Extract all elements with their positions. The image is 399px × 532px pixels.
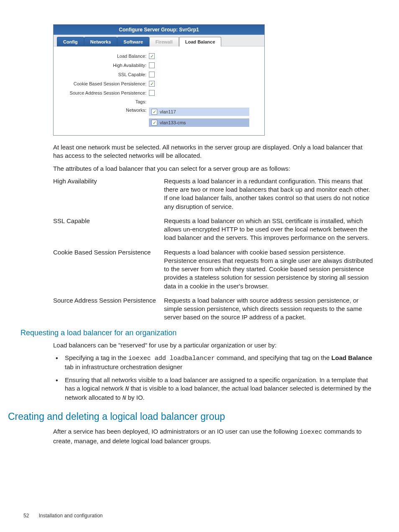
- check-cookie-persistence[interactable]: ✓: [149, 81, 155, 87]
- bold-text: Load Balance: [331, 354, 372, 361]
- config-dialog: Configure Server Group: SvrGrp1 Config N…: [53, 24, 265, 136]
- tab-bar: Config Networks Software Firewall Load B…: [54, 35, 264, 46]
- page-content: At least one network must be selected. A…: [53, 143, 374, 445]
- attr-desc: Requests a load balancer with source add…: [164, 296, 374, 322]
- attribute-list: High Availability Requests a load balanc…: [53, 177, 374, 322]
- tab-software[interactable]: Software: [117, 37, 149, 46]
- network-row[interactable]: ✓ vlan133-cms: [149, 118, 249, 127]
- tab-networks[interactable]: Networks: [84, 37, 118, 46]
- page-number: 52: [23, 513, 29, 519]
- list-item: Specifying a tag in the ioexec add loadb…: [65, 354, 374, 372]
- bullet-list: Specifying a tag in the ioexec add loadb…: [53, 354, 374, 403]
- check-source-persistence[interactable]: [149, 90, 155, 96]
- check-load-balance[interactable]: ✓: [149, 53, 155, 59]
- code-text: ioexec add loadbalancer: [128, 355, 215, 362]
- tab-loadbalance[interactable]: Load Balance: [179, 37, 222, 46]
- section-title: Installation and configuration: [39, 513, 103, 519]
- heading-creating: Creating and deleting a logical load bal…: [8, 410, 374, 423]
- label-ssl-capable: SSL Capable:: [58, 72, 149, 77]
- paragraph: After a service has been deployed, IO ad…: [53, 427, 374, 445]
- attr-term: Source Address Session Persistence: [53, 296, 164, 322]
- form-area: Load Balance: ✓ High Availability: SSL C…: [54, 46, 264, 135]
- code-text: ioexec: [299, 429, 322, 436]
- heading-requesting: Requesting a load balancer for an organi…: [20, 328, 374, 338]
- label-cookie-persistence: Cookie Based Session Persistence:: [58, 81, 149, 86]
- check-ssl-capable[interactable]: [149, 72, 155, 77]
- networks-list: ✓ vlan117 ✓ vlan133-cms: [149, 108, 249, 127]
- label-load-balance: Load Balance:: [58, 54, 149, 59]
- variable-n: N: [123, 395, 126, 402]
- paragraph: The attributes of a load balancer that y…: [53, 164, 374, 173]
- check-network-2[interactable]: ✓: [151, 120, 157, 126]
- paragraph: Load balancers can be "reserved" for use…: [53, 341, 374, 350]
- attr-term: Cookie Based Session Persistence: [53, 248, 164, 290]
- network-name-2: vlan133-cms: [160, 120, 186, 125]
- check-network-1[interactable]: ✓: [151, 109, 157, 115]
- label-networks: Networks:: [58, 108, 149, 113]
- label-tags: Tags:: [58, 99, 149, 104]
- tab-firewall: Firewall: [149, 37, 179, 46]
- dialog-title: Configure Server Group: SvrGrp1: [54, 25, 264, 35]
- attr-desc: Requests a load balancer with cookie bas…: [164, 248, 374, 290]
- attr-desc: Requests a load balancer on which an SSL…: [164, 217, 374, 242]
- label-source-persistence: Source Address Session Persistence:: [58, 90, 149, 95]
- list-item: Ensuring that all networks visible to a …: [65, 376, 374, 403]
- network-row[interactable]: ✓ vlan117: [149, 108, 249, 116]
- network-name-1: vlan117: [160, 109, 176, 114]
- attr-term: SSL Capable: [53, 217, 164, 242]
- tab-config[interactable]: Config: [57, 37, 84, 46]
- variable-n: N: [125, 386, 129, 393]
- label-high-availability: High Availability:: [58, 63, 149, 68]
- check-high-availability[interactable]: [149, 62, 155, 68]
- attr-term: High Availability: [53, 177, 164, 211]
- page-footer: 52 Installation and configuration: [23, 513, 102, 519]
- attr-desc: Requests a load balancer in a redundant …: [164, 177, 374, 211]
- paragraph: At least one network must be selected. A…: [53, 143, 374, 160]
